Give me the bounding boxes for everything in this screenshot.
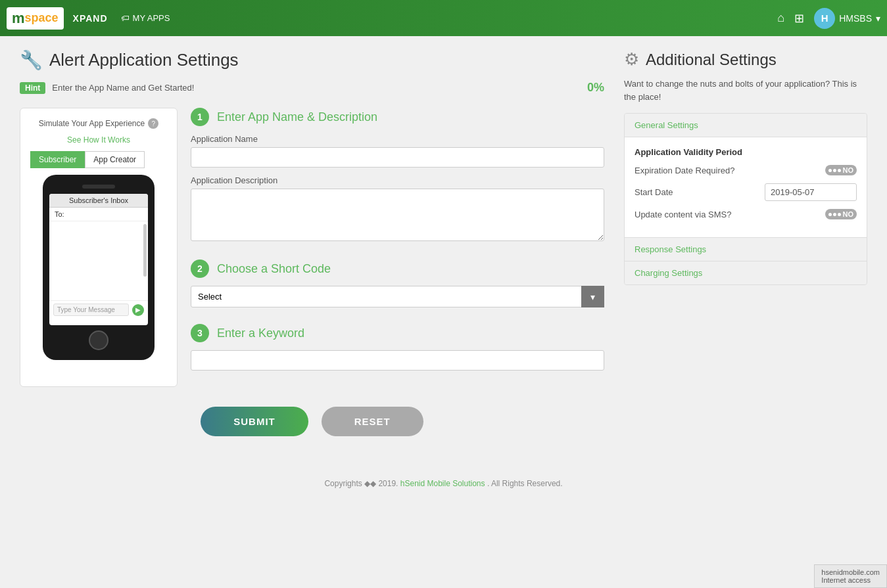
- page-title-area: 🔧 Alert Application Settings: [20, 49, 604, 71]
- navbar: mspace XPAND 🏷 MY APPS ⌂ ⊞ H HMSBS ▾: [0, 0, 887, 36]
- step1-title: Enter App Name & Description: [217, 110, 377, 124]
- phone-screen: Subscriber's Inbox To: Type Your Message: [49, 194, 148, 325]
- additional-desc: Want to change the nuts and bolts of you…: [624, 78, 867, 103]
- start-date-label: Start Date: [635, 187, 673, 197]
- step2-section: 2 Choose a Short Code Select ▾: [191, 260, 604, 307]
- step3-title: Enter a Keyword: [217, 327, 304, 340]
- wrench-icon: 🔧: [20, 49, 43, 71]
- hint-badge: Hint: [20, 82, 45, 94]
- dropdown-arrow-icon: ▾: [876, 13, 880, 24]
- navbar-icons: ⌂ ⊞ H HMSBS ▾: [777, 8, 880, 29]
- logo-space: space: [25, 11, 59, 25]
- expiration-label: Expiration Date Required?: [635, 166, 734, 175]
- step1-header: 1 Enter App Name & Description: [191, 108, 604, 126]
- sms-toggle[interactable]: NO: [825, 209, 857, 219]
- step2-header: 2 Choose a Short Code: [191, 260, 604, 278]
- progress-text: 0%: [587, 81, 604, 95]
- validity-title: Application Validity Period: [635, 147, 857, 157]
- step3-header: 3 Enter a Keyword: [191, 324, 604, 342]
- internet-label: Internet access: [821, 576, 880, 584]
- simulator-title: Simulate Your App Experience ?: [30, 118, 167, 129]
- phone-screen-body: [49, 221, 142, 300]
- toggle-dot-1: [828, 169, 832, 172]
- step1-section: 1 Enter App Name & Description Applicati…: [191, 108, 604, 243]
- hint-text: Enter the App Name and Get Started!: [52, 83, 194, 93]
- user-name: HMSBS: [839, 13, 872, 24]
- sms-toggle-label: NO: [843, 210, 854, 218]
- submit-button[interactable]: SUBMIT: [201, 407, 308, 436]
- step3-section: 3 Enter a Keyword: [191, 324, 604, 371]
- buttons-row: SUBMIT RESET: [20, 407, 604, 456]
- see-how-link[interactable]: See How It Works: [30, 135, 167, 145]
- start-date-input[interactable]: [765, 183, 857, 201]
- to-label: To:: [49, 208, 148, 221]
- phone-speaker: [82, 185, 115, 189]
- toggle-dot-2: [833, 169, 836, 172]
- home-icon[interactable]: ⌂: [777, 11, 784, 25]
- tab-app-creator[interactable]: App Creator: [85, 151, 145, 168]
- general-settings-header[interactable]: General Settings: [625, 114, 867, 137]
- additional-settings-title-area: ⚙ Additional Settings: [624, 49, 867, 70]
- sms-dot-1: [828, 213, 832, 216]
- hint-bar: Hint Enter the App Name and Get Started!…: [20, 81, 604, 95]
- sms-dot-3: [838, 213, 841, 216]
- message-field[interactable]: Type Your Message: [53, 304, 129, 316]
- app-name-input[interactable]: [191, 147, 604, 168]
- sms-dot-2: [833, 213, 836, 216]
- app-desc-textarea[interactable]: [191, 189, 604, 241]
- page-title: Alert Application Settings: [49, 50, 239, 70]
- logo[interactable]: mspace: [7, 7, 64, 30]
- charging-settings-header[interactable]: Charging Settings: [625, 261, 867, 284]
- main-content: 🔧 Alert Application Settings Hint Enter …: [0, 36, 887, 469]
- expiration-toggle-label: NO: [843, 166, 854, 174]
- user-menu[interactable]: H HMSBS ▾: [814, 8, 880, 29]
- app-name-label: Application Name: [191, 134, 604, 144]
- left-section: 🔧 Alert Application Settings Hint Enter …: [20, 49, 604, 456]
- step3-number: 3: [191, 324, 209, 342]
- expiration-row: Expiration Date Required? NO: [635, 165, 857, 175]
- footer-link[interactable]: hSenid Mobile Solutions: [400, 479, 485, 488]
- sms-label: Update content via SMS?: [635, 210, 731, 219]
- scroll-bar[interactable]: [143, 224, 147, 277]
- logo-m: m: [12, 10, 25, 27]
- toggle-dot-3: [838, 169, 841, 172]
- response-settings-header[interactable]: Response Settings: [625, 238, 867, 261]
- phone-simulator: Simulate Your App Experience ? See How I…: [20, 108, 178, 387]
- step2-number: 2: [191, 260, 209, 278]
- inbox-label: Subscriber's Inbox: [49, 194, 148, 208]
- expiration-toggle[interactable]: NO: [825, 165, 857, 175]
- myapps-label: MY APPS: [133, 13, 170, 23]
- tab-subscriber[interactable]: Subscriber: [30, 151, 85, 168]
- settings-panel: General Settings Application Validity Pe…: [624, 113, 867, 285]
- reset-button[interactable]: RESET: [322, 407, 423, 436]
- footer-text: Copyrights ◆◆ 2019.: [324, 479, 398, 488]
- footer-rights: . All Rights Reserved.: [487, 479, 563, 488]
- short-code-select[interactable]: Select: [191, 286, 604, 307]
- tag-icon: 🏷: [121, 13, 130, 23]
- internet-badge: hsenidmobile.com Internet access: [814, 564, 887, 588]
- xpand-label: XPAND: [73, 13, 108, 24]
- form-steps: 1 Enter App Name & Description Applicati…: [191, 108, 604, 387]
- info-icon[interactable]: ?: [148, 118, 158, 129]
- send-button[interactable]: ▶: [132, 304, 144, 316]
- gear-icon: ⚙: [624, 49, 639, 70]
- phone-device: Subscriber's Inbox To: Type Your Message: [43, 175, 155, 360]
- footer: Copyrights ◆◆ 2019. hSenid Mobile Soluti…: [0, 469, 887, 498]
- form-container: Simulate Your App Experience ? See How I…: [20, 108, 604, 387]
- start-date-row: Start Date: [635, 183, 857, 201]
- app-desc-label: Application Description: [191, 175, 604, 185]
- simulator-tabs: Subscriber App Creator: [30, 151, 167, 168]
- sms-toggle-dots: [828, 213, 841, 216]
- right-section: ⚙ Additional Settings Want to change the…: [624, 49, 867, 456]
- general-settings-body: Application Validity Period Expiration D…: [625, 137, 867, 238]
- avatar: H: [814, 8, 835, 29]
- internet-domain: hsenidmobile.com: [821, 568, 880, 576]
- grid-icon[interactable]: ⊞: [794, 11, 804, 26]
- phone-home-button[interactable]: [89, 330, 108, 350]
- step1-number: 1: [191, 108, 209, 126]
- step2-title: Choose a Short Code: [217, 262, 331, 276]
- sms-row: Update content via SMS? NO: [635, 209, 857, 219]
- keyword-input[interactable]: [191, 350, 604, 371]
- myapps-link[interactable]: 🏷 MY APPS: [121, 13, 170, 23]
- short-code-select-wrapper: Select ▾: [191, 286, 604, 307]
